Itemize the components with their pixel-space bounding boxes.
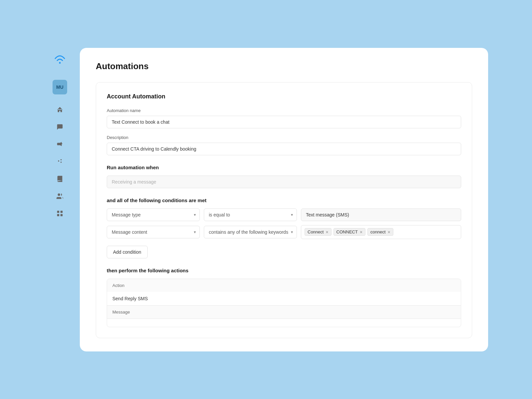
trigger-field: Receiving a message — [107, 176, 461, 188]
tag-connect-lower: connect × — [367, 228, 393, 236]
tag-connect-lower-remove[interactable]: × — [388, 230, 390, 234]
logo — [53, 52, 67, 66]
automation-card: Account Automation Automation name Descr… — [96, 82, 472, 338]
conditions-section: Message type ▾ is equal to ▾ Text messag… — [107, 208, 461, 239]
book-icon — [56, 175, 64, 183]
card-title: Account Automation — [107, 93, 461, 100]
app-container: MU — [40, 44, 492, 355]
actions-card: Action Send Reply SMS Message — [107, 279, 461, 327]
condition2-tags-field: Connect × CONNECT × connect × — [301, 225, 461, 239]
condition1-operator-select[interactable]: is equal to — [204, 208, 297, 221]
message-row — [107, 319, 461, 327]
home-icon — [56, 106, 64, 113]
tag-connect: Connect × — [305, 228, 332, 236]
tag-connect-upper: CONNECT × — [333, 228, 365, 236]
brand-logo-icon — [53, 52, 67, 66]
sidebar-item-contacts[interactable] — [53, 189, 67, 203]
tag-connect-lower-label: connect — [370, 229, 386, 234]
action-col-header: Action — [107, 279, 461, 292]
svg-point-0 — [59, 62, 61, 64]
user-avatar[interactable]: MU — [53, 80, 67, 94]
automation-name-label: Automation name — [107, 108, 461, 113]
action-value: Send Reply SMS — [107, 292, 461, 305]
condition1-field-wrapper: Message type ▾ — [107, 208, 200, 221]
sidebar: MU — [40, 44, 80, 355]
sidebar-item-campaigns[interactable] — [53, 137, 67, 152]
condition1-operator-wrapper: is equal to ▾ — [204, 208, 297, 221]
run-when-label: Run automation when — [107, 165, 461, 170]
description-label: Description — [107, 135, 461, 140]
automation-name-group: Automation name — [107, 108, 461, 128]
tag-connect-upper-label: CONNECT — [336, 229, 358, 234]
condition-row-2: Message content ▾ contains any of the fo… — [107, 225, 461, 239]
sidebar-item-apps[interactable] — [53, 206, 67, 221]
sidebar-item-home[interactable] — [53, 102, 67, 117]
svg-rect-2 — [61, 210, 63, 212]
automation-name-input[interactable] — [107, 116, 461, 128]
logo-icon — [53, 52, 67, 66]
tag-connect-label: Connect — [308, 229, 324, 234]
add-condition-label: Add condition — [113, 249, 141, 255]
automation-icon — [56, 158, 64, 165]
description-group: Description — [107, 135, 461, 155]
svg-rect-3 — [57, 214, 59, 216]
apps-icon — [56, 210, 64, 217]
description-input[interactable] — [107, 143, 461, 155]
svg-rect-4 — [61, 214, 63, 216]
condition2-field-wrapper: Message content ▾ — [107, 226, 200, 238]
users-icon — [56, 193, 64, 200]
condition-row-1: Message type ▾ is equal to ▾ Text messag… — [107, 208, 461, 221]
page-title: Automations — [96, 61, 472, 71]
sidebar-item-knowledge[interactable] — [53, 172, 67, 186]
megaphone-icon — [56, 141, 64, 148]
condition2-field-select[interactable]: Message content — [107, 226, 200, 238]
tag-connect-remove[interactable]: × — [326, 230, 328, 234]
condition1-value: Text message (SMS) — [301, 208, 461, 221]
add-condition-button[interactable]: Add condition — [107, 246, 148, 258]
sidebar-item-automations[interactable] — [53, 154, 67, 169]
condition1-field-select[interactable]: Message type — [107, 208, 200, 221]
sidebar-item-reports[interactable] — [53, 223, 67, 238]
svg-rect-1 — [57, 210, 59, 212]
condition2-operator-wrapper: contains any of the following keywords ▾ — [204, 226, 297, 238]
sidebar-item-messages[interactable] — [53, 120, 67, 134]
condition2-operator-select[interactable]: contains any of the following keywords — [204, 226, 297, 238]
chart-icon — [56, 227, 64, 234]
message-col-header: Message — [107, 305, 461, 319]
tag-connect-upper-remove[interactable]: × — [360, 230, 362, 234]
actions-label: then perform the following actions — [107, 268, 461, 273]
main-content: Automations Account Automation Automatio… — [80, 48, 488, 351]
conditions-label: and all of the following conditions are … — [107, 198, 461, 203]
chat-icon — [56, 123, 64, 131]
